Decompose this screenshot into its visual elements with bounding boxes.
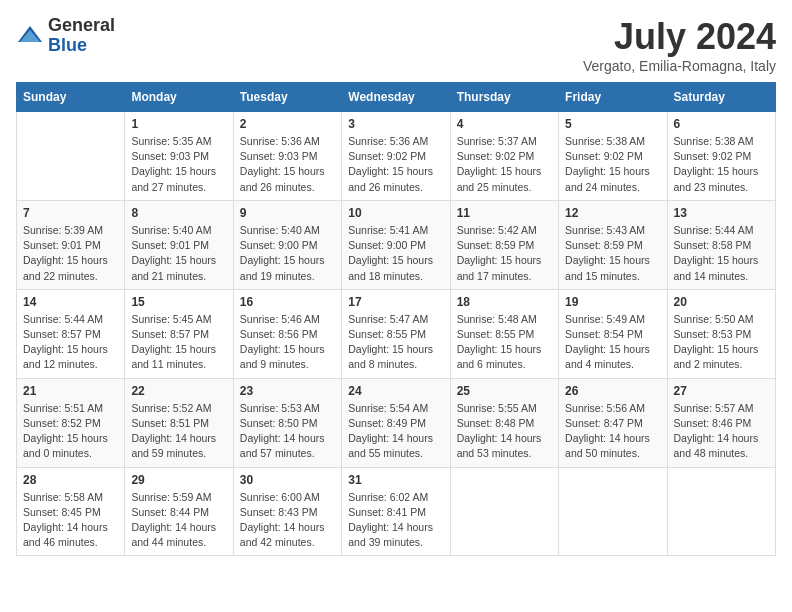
- date-number: 19: [565, 295, 660, 309]
- date-number: 18: [457, 295, 552, 309]
- calendar-cell: 24Sunrise: 5:54 AM Sunset: 8:49 PM Dayli…: [342, 378, 450, 467]
- date-number: 15: [131, 295, 226, 309]
- calendar-week-4: 28Sunrise: 5:58 AM Sunset: 8:45 PM Dayli…: [17, 467, 776, 556]
- cell-info: Sunrise: 5:43 AM Sunset: 8:59 PM Dayligh…: [565, 223, 660, 284]
- date-number: 28: [23, 473, 118, 487]
- cell-info: Sunrise: 6:00 AM Sunset: 8:43 PM Dayligh…: [240, 490, 335, 551]
- date-number: 1: [131, 117, 226, 131]
- calendar-cell: 1Sunrise: 5:35 AM Sunset: 9:03 PM Daylig…: [125, 112, 233, 201]
- date-number: 5: [565, 117, 660, 131]
- date-number: 14: [23, 295, 118, 309]
- date-number: 31: [348, 473, 443, 487]
- cell-info: Sunrise: 5:57 AM Sunset: 8:46 PM Dayligh…: [674, 401, 769, 462]
- logo: General Blue: [16, 16, 115, 56]
- calendar-cell: 25Sunrise: 5:55 AM Sunset: 8:48 PM Dayli…: [450, 378, 558, 467]
- cell-info: Sunrise: 5:53 AM Sunset: 8:50 PM Dayligh…: [240, 401, 335, 462]
- calendar-cell: 5Sunrise: 5:38 AM Sunset: 9:02 PM Daylig…: [559, 112, 667, 201]
- date-number: 30: [240, 473, 335, 487]
- calendar-cell: 2Sunrise: 5:36 AM Sunset: 9:03 PM Daylig…: [233, 112, 341, 201]
- date-number: 10: [348, 206, 443, 220]
- calendar-cell: 4Sunrise: 5:37 AM Sunset: 9:02 PM Daylig…: [450, 112, 558, 201]
- date-number: 8: [131, 206, 226, 220]
- header-day-saturday: Saturday: [667, 83, 775, 112]
- header-row: SundayMondayTuesdayWednesdayThursdayFrid…: [17, 83, 776, 112]
- cell-info: Sunrise: 5:59 AM Sunset: 8:44 PM Dayligh…: [131, 490, 226, 551]
- cell-info: Sunrise: 5:40 AM Sunset: 9:00 PM Dayligh…: [240, 223, 335, 284]
- header-day-sunday: Sunday: [17, 83, 125, 112]
- calendar-cell: 14Sunrise: 5:44 AM Sunset: 8:57 PM Dayli…: [17, 289, 125, 378]
- cell-info: Sunrise: 5:40 AM Sunset: 9:01 PM Dayligh…: [131, 223, 226, 284]
- calendar-cell: 17Sunrise: 5:47 AM Sunset: 8:55 PM Dayli…: [342, 289, 450, 378]
- cell-info: Sunrise: 5:45 AM Sunset: 8:57 PM Dayligh…: [131, 312, 226, 373]
- cell-info: Sunrise: 5:52 AM Sunset: 8:51 PM Dayligh…: [131, 401, 226, 462]
- calendar-cell: 16Sunrise: 5:46 AM Sunset: 8:56 PM Dayli…: [233, 289, 341, 378]
- header-day-thursday: Thursday: [450, 83, 558, 112]
- cell-info: Sunrise: 5:54 AM Sunset: 8:49 PM Dayligh…: [348, 401, 443, 462]
- calendar-week-0: 1Sunrise: 5:35 AM Sunset: 9:03 PM Daylig…: [17, 112, 776, 201]
- calendar-cell: 27Sunrise: 5:57 AM Sunset: 8:46 PM Dayli…: [667, 378, 775, 467]
- date-number: 12: [565, 206, 660, 220]
- calendar-cell: 12Sunrise: 5:43 AM Sunset: 8:59 PM Dayli…: [559, 200, 667, 289]
- date-number: 13: [674, 206, 769, 220]
- header-day-tuesday: Tuesday: [233, 83, 341, 112]
- date-number: 25: [457, 384, 552, 398]
- date-number: 6: [674, 117, 769, 131]
- month-title: July 2024: [583, 16, 776, 58]
- calendar-cell: 8Sunrise: 5:40 AM Sunset: 9:01 PM Daylig…: [125, 200, 233, 289]
- calendar-cell: 28Sunrise: 5:58 AM Sunset: 8:45 PM Dayli…: [17, 467, 125, 556]
- calendar-cell: 15Sunrise: 5:45 AM Sunset: 8:57 PM Dayli…: [125, 289, 233, 378]
- date-number: 4: [457, 117, 552, 131]
- calendar-cell: 18Sunrise: 5:48 AM Sunset: 8:55 PM Dayli…: [450, 289, 558, 378]
- location-text: Vergato, Emilia-Romagna, Italy: [583, 58, 776, 74]
- cell-info: Sunrise: 5:38 AM Sunset: 9:02 PM Dayligh…: [674, 134, 769, 195]
- calendar-table: SundayMondayTuesdayWednesdayThursdayFrid…: [16, 82, 776, 556]
- cell-info: Sunrise: 5:47 AM Sunset: 8:55 PM Dayligh…: [348, 312, 443, 373]
- calendar-cell: 11Sunrise: 5:42 AM Sunset: 8:59 PM Dayli…: [450, 200, 558, 289]
- header-day-friday: Friday: [559, 83, 667, 112]
- calendar-week-3: 21Sunrise: 5:51 AM Sunset: 8:52 PM Dayli…: [17, 378, 776, 467]
- calendar-cell: [559, 467, 667, 556]
- calendar-cell: 20Sunrise: 5:50 AM Sunset: 8:53 PM Dayli…: [667, 289, 775, 378]
- calendar-cell: 19Sunrise: 5:49 AM Sunset: 8:54 PM Dayli…: [559, 289, 667, 378]
- date-number: 20: [674, 295, 769, 309]
- cell-info: Sunrise: 5:55 AM Sunset: 8:48 PM Dayligh…: [457, 401, 552, 462]
- calendar-cell: [17, 112, 125, 201]
- calendar-cell: 10Sunrise: 5:41 AM Sunset: 9:00 PM Dayli…: [342, 200, 450, 289]
- calendar-week-1: 7Sunrise: 5:39 AM Sunset: 9:01 PM Daylig…: [17, 200, 776, 289]
- cell-info: Sunrise: 5:50 AM Sunset: 8:53 PM Dayligh…: [674, 312, 769, 373]
- cell-info: Sunrise: 5:38 AM Sunset: 9:02 PM Dayligh…: [565, 134, 660, 195]
- cell-info: Sunrise: 5:56 AM Sunset: 8:47 PM Dayligh…: [565, 401, 660, 462]
- calendar-cell: 7Sunrise: 5:39 AM Sunset: 9:01 PM Daylig…: [17, 200, 125, 289]
- date-number: 24: [348, 384, 443, 398]
- cell-info: Sunrise: 5:35 AM Sunset: 9:03 PM Dayligh…: [131, 134, 226, 195]
- calendar-cell: 30Sunrise: 6:00 AM Sunset: 8:43 PM Dayli…: [233, 467, 341, 556]
- date-number: 16: [240, 295, 335, 309]
- calendar-cell: 21Sunrise: 5:51 AM Sunset: 8:52 PM Dayli…: [17, 378, 125, 467]
- calendar-cell: 3Sunrise: 5:36 AM Sunset: 9:02 PM Daylig…: [342, 112, 450, 201]
- calendar-cell: 29Sunrise: 5:59 AM Sunset: 8:44 PM Dayli…: [125, 467, 233, 556]
- date-number: 23: [240, 384, 335, 398]
- header-day-wednesday: Wednesday: [342, 83, 450, 112]
- calendar-cell: 9Sunrise: 5:40 AM Sunset: 9:00 PM Daylig…: [233, 200, 341, 289]
- date-number: 21: [23, 384, 118, 398]
- date-number: 17: [348, 295, 443, 309]
- calendar-cell: 31Sunrise: 6:02 AM Sunset: 8:41 PM Dayli…: [342, 467, 450, 556]
- date-number: 26: [565, 384, 660, 398]
- cell-info: Sunrise: 5:44 AM Sunset: 8:57 PM Dayligh…: [23, 312, 118, 373]
- cell-info: Sunrise: 5:58 AM Sunset: 8:45 PM Dayligh…: [23, 490, 118, 551]
- cell-info: Sunrise: 5:42 AM Sunset: 8:59 PM Dayligh…: [457, 223, 552, 284]
- calendar-body: 1Sunrise: 5:35 AM Sunset: 9:03 PM Daylig…: [17, 112, 776, 556]
- cell-info: Sunrise: 5:44 AM Sunset: 8:58 PM Dayligh…: [674, 223, 769, 284]
- date-number: 29: [131, 473, 226, 487]
- date-number: 9: [240, 206, 335, 220]
- cell-info: Sunrise: 5:51 AM Sunset: 8:52 PM Dayligh…: [23, 401, 118, 462]
- date-number: 3: [348, 117, 443, 131]
- cell-info: Sunrise: 5:39 AM Sunset: 9:01 PM Dayligh…: [23, 223, 118, 284]
- calendar-week-2: 14Sunrise: 5:44 AM Sunset: 8:57 PM Dayli…: [17, 289, 776, 378]
- date-number: 11: [457, 206, 552, 220]
- date-number: 27: [674, 384, 769, 398]
- cell-info: Sunrise: 5:37 AM Sunset: 9:02 PM Dayligh…: [457, 134, 552, 195]
- calendar-cell: 13Sunrise: 5:44 AM Sunset: 8:58 PM Dayli…: [667, 200, 775, 289]
- calendar-cell: 23Sunrise: 5:53 AM Sunset: 8:50 PM Dayli…: [233, 378, 341, 467]
- logo-icon: [16, 22, 44, 50]
